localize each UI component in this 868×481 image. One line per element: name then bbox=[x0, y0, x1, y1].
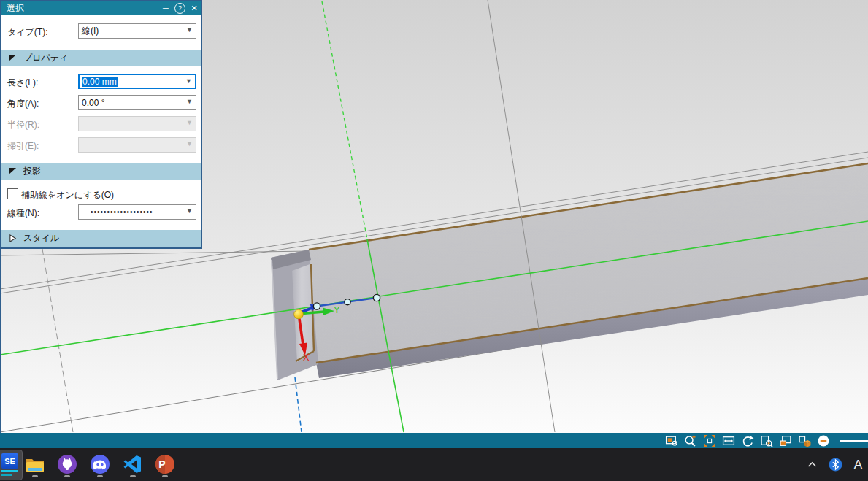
type-combo[interactable]: 線(I) ▼ bbox=[78, 23, 196, 39]
close-button[interactable]: ✕ bbox=[188, 2, 201, 15]
view-orientation-icon[interactable] bbox=[798, 434, 811, 447]
selection-dialog: 選択 ─ ? ✕ タイプ(T): 線(I) ▼ プロパティ 長さ(L): 0.0… bbox=[0, 0, 202, 249]
taskbar-vscode-icon[interactable] bbox=[123, 454, 143, 474]
text-caret bbox=[118, 77, 118, 86]
handle-mid bbox=[345, 299, 350, 305]
taskbar-solid-edge-button[interactable]: SE bbox=[0, 450, 23, 480]
app-statusbar bbox=[0, 433, 868, 448]
pan-icon[interactable] bbox=[722, 434, 735, 447]
axis-label-y: Y bbox=[334, 304, 340, 315]
expanded-triangle-icon bbox=[9, 54, 17, 62]
handle-start bbox=[313, 303, 320, 309]
solid-edge-label: SE bbox=[4, 457, 15, 466]
running-indicator bbox=[162, 475, 168, 477]
angle-label: 角度(A): bbox=[7, 98, 39, 110]
desktop: { "dialog": { "title": "選択", "titlebar":… bbox=[0, 0, 868, 481]
zoom-out-icon[interactable] bbox=[817, 434, 830, 447]
running-indicator bbox=[64, 475, 70, 477]
guideline-checkbox-label: 補助線をオンにする(O) bbox=[21, 189, 114, 201]
section-properties-label: プロパティ bbox=[23, 52, 68, 64]
window-layout-icon[interactable] bbox=[779, 434, 792, 447]
guideline-checkbox[interactable] bbox=[7, 188, 18, 199]
running-indicator bbox=[32, 475, 38, 477]
bluetooth-icon[interactable] bbox=[829, 458, 842, 472]
length-value: 0.00 mm bbox=[82, 77, 118, 87]
handle-end bbox=[373, 294, 380, 301]
dialog-title: 選択 bbox=[7, 1, 159, 15]
section-properties[interactable]: プロパティ bbox=[1, 50, 201, 66]
windows-taskbar: SE bbox=[0, 448, 868, 481]
angle-combo[interactable]: 0.00 ° ▼ bbox=[78, 95, 196, 110]
linetype-combo[interactable]: ••••••••••••••••••• ▼ bbox=[78, 204, 196, 220]
taskbar-powerpoint-icon[interactable]: P bbox=[155, 454, 175, 474]
section-projection-label: 投影 bbox=[23, 165, 41, 177]
chevron-down-icon[interactable]: ▼ bbox=[186, 26, 193, 34]
dialog-titlebar[interactable]: 選択 ─ ? ✕ bbox=[1, 1, 201, 15]
ime-mode-indicator[interactable]: A bbox=[854, 458, 862, 472]
chevron-down-icon: ▼ bbox=[186, 140, 193, 147]
hidden-icons-chevron[interactable] bbox=[807, 461, 817, 468]
powerpoint-letter: P bbox=[158, 458, 165, 470]
fit-view-icon[interactable] bbox=[703, 434, 716, 447]
angle-value: 0.00 ° bbox=[82, 98, 105, 108]
radius-label: 半径(R): bbox=[7, 119, 39, 131]
view-overlay-icon[interactable] bbox=[665, 434, 678, 447]
running-indicator bbox=[97, 475, 103, 477]
taskbar-github-desktop-icon[interactable] bbox=[57, 454, 77, 474]
system-tray: A bbox=[807, 448, 862, 481]
minimize-button[interactable]: ─ bbox=[159, 2, 172, 15]
section-style[interactable]: スタイル bbox=[1, 230, 201, 247]
chevron-down-icon[interactable]: ▼ bbox=[185, 77, 192, 85]
type-label: タイプ(T): bbox=[7, 26, 48, 39]
linetype-value: ••••••••••••••••••• bbox=[82, 208, 153, 216]
length-label: 長さ(L): bbox=[7, 77, 38, 89]
radius-combo: ▼ bbox=[78, 116, 196, 131]
sweep-combo: ▼ bbox=[78, 137, 196, 153]
zoom-area-icon[interactable] bbox=[760, 434, 773, 447]
running-indicator bbox=[130, 475, 136, 477]
window-edge bbox=[0, 249, 1, 433]
linetype-label: 線種(N): bbox=[7, 207, 39, 220]
chevron-down-icon: ▼ bbox=[186, 119, 193, 126]
length-input[interactable]: 0.00 mm ▼ bbox=[78, 74, 196, 89]
section-projection[interactable]: 投影 bbox=[1, 163, 201, 180]
help-button[interactable]: ? bbox=[174, 3, 185, 14]
taskbar-file-explorer-icon[interactable] bbox=[25, 454, 45, 474]
origin-knob bbox=[294, 309, 304, 319]
collapsed-triangle-icon bbox=[9, 234, 17, 242]
expanded-triangle-icon bbox=[9, 167, 17, 175]
sweep-label: 掃引(E): bbox=[7, 140, 39, 153]
rotate-icon[interactable] bbox=[741, 434, 754, 447]
chevron-down-icon[interactable]: ▼ bbox=[186, 98, 193, 105]
zoom-slider[interactable] bbox=[840, 440, 868, 442]
axis-label-x: X bbox=[303, 352, 310, 363]
type-value: 線(I) bbox=[82, 25, 99, 37]
chevron-down-icon[interactable]: ▼ bbox=[186, 207, 193, 215]
taskbar-discord-icon[interactable] bbox=[90, 454, 110, 474]
zoom-icon[interactable] bbox=[684, 434, 697, 447]
section-style-label: スタイル bbox=[23, 232, 59, 245]
